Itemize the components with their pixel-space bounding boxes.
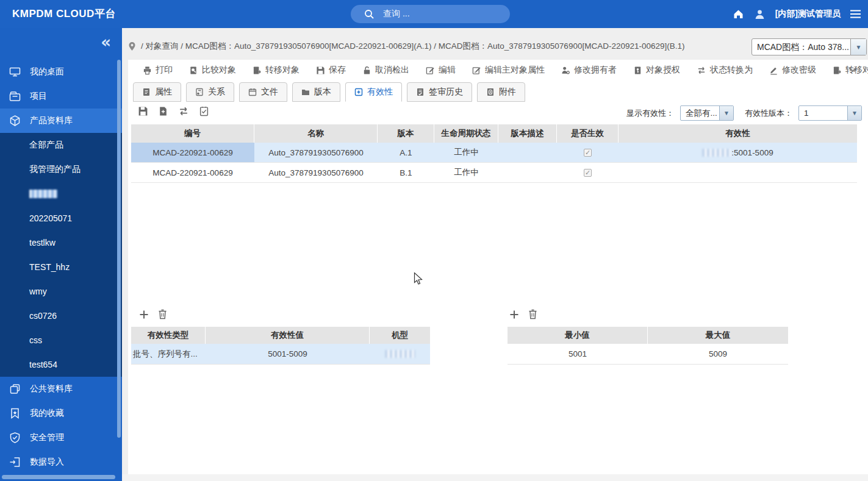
column-header[interactable]: 有效性值 [206,327,370,344]
column-header[interactable]: 编号 [131,124,254,143]
cell-name: Auto_3787919305076900 [254,143,378,162]
submenu-item-wmy[interactable]: wmy [0,279,122,304]
cell-min-value: 5001 [508,344,648,364]
tab-review-history[interactable]: 签审历史 [407,82,472,102]
home-icon[interactable] [733,9,744,20]
submenu-item-202205071[interactable]: 202205071 [0,206,122,230]
submenu-item-test-hhz[interactable]: TEST_hhz [0,255,122,279]
cell-name: Auto_3787919305076900 [254,163,378,182]
sidebar-vertical-scrollbar[interactable] [117,60,121,438]
product-library-submenu: 全部产品 我管理的产品 202205071 testlkw TEST_hhz w… [0,133,122,377]
chevron-down-icon: ▼ [847,106,861,120]
edit-button[interactable]: 编辑 [426,65,456,76]
effectivity-view-options: 显示有效性： 全部有... ▼ 有效性版本： 1 ▼ [626,105,862,121]
search-placeholder: 查询 ... [383,9,410,20]
table-row[interactable]: MCAD-220921-00629 Auto_3787919305076900 … [131,143,857,163]
object-selector-dropdown[interactable]: MCAD图档：Auto 378... ▼ [751,38,867,55]
cancel-checkout-button[interactable]: 取消检出 [362,65,409,76]
state-transition-button[interactable]: 状态转换为 [697,65,753,76]
cell-description [498,143,557,162]
column-header[interactable]: 最大值 [648,327,788,344]
column-header[interactable]: 机型 [370,327,430,344]
save-button[interactable]: 保存 [316,65,346,76]
display-effectivity-label: 显示有效性： [626,108,674,119]
column-header[interactable]: 名称 [254,124,378,143]
sidebar-item-label: 项目 [30,91,47,102]
sidebar-item-projects[interactable]: 项目 [0,84,122,109]
add-file-icon[interactable] [158,106,168,116]
submenu-item-css[interactable]: css [0,328,122,352]
change-owner-button[interactable]: 修改拥有者 [561,65,617,76]
sidebar-collapse-button[interactable]: « [101,34,111,50]
effectivity-version-value: 1 [804,106,809,120]
tab-versions[interactable]: 版本 [292,82,340,102]
global-search-input[interactable]: 查询 ... [351,5,510,23]
table-row[interactable]: 批号、序列号有... 5001-5009 [131,344,430,365]
table-row[interactable]: 5001 5009 [508,344,788,365]
effectivity-toolbar [138,106,209,116]
sidebar-horizontal-scrollbar[interactable] [2,475,115,479]
cell-max-value: 5009 [648,344,788,364]
swap-arrows-icon[interactable] [178,106,189,116]
submenu-item-testlkw[interactable]: testlkw [0,230,122,255]
sidebar-item-security[interactable]: 安全管理 [0,426,122,450]
transfer-object-button[interactable]: 转移对象 [253,65,299,76]
print-button[interactable]: 打印 [143,65,173,76]
redacted-text [385,350,415,358]
sidebar-item-favorites[interactable]: 我的收藏 [0,401,122,426]
redacted-label [29,190,57,198]
toolbar-overflow-chevron-icon[interactable] [847,66,858,73]
top-header: KMPDM CLOUD平台 查询 ... [内部]测试管理员 [0,0,868,28]
range-panel-actions [509,309,537,319]
search-icon [364,9,375,20]
sidebar: « 我的桌面 项目 产品资料库 全部产品 我管理的产品 202205071 te [0,28,122,481]
change-secrecy-button[interactable]: 修改密级 [769,65,816,76]
user-icon[interactable] [754,9,766,20]
column-header[interactable]: 版本 [378,124,434,143]
save-effectivity-icon[interactable] [138,106,148,116]
sidebar-item-label: 产品资料库 [30,115,73,126]
tab-effectivity[interactable]: 有效性 [345,82,402,102]
sidebar-item-product-library[interactable]: 产品资料库 [0,109,122,133]
cell-code: MCAD-220921-00629 [131,143,254,162]
column-header[interactable]: 最小值 [508,327,648,344]
sidebar-item-label: 数据导入 [30,457,64,468]
submenu-item-test654[interactable]: test654 [0,352,122,377]
tab-relations[interactable]: 关系 [186,82,234,102]
sidebar-item-public-library[interactable]: 公共资料库 [0,377,122,401]
delete-row-button[interactable] [158,309,167,319]
sidebar-item-data-import[interactable]: 数据导入 [0,450,122,474]
add-row-button[interactable] [139,310,149,319]
edit-master-attributes-button[interactable]: 编辑主对象属性 [472,65,545,76]
submenu-item-all-products[interactable]: 全部产品 [0,133,122,157]
object-authorize-button[interactable]: 对象授权 [633,65,680,76]
compare-object-button[interactable]: 比较对象 [189,65,236,76]
submenu-item-redacted[interactable] [0,182,122,206]
footer-strip [122,474,868,481]
validate-list-icon[interactable] [199,106,209,116]
checkbox-checked-disabled: ✓ [584,149,592,157]
delete-row-button[interactable] [528,309,537,319]
menu-icon[interactable] [850,10,861,18]
effectivity-version-dropdown[interactable]: 1 ▼ [798,105,862,121]
bookmark-star-icon [9,407,21,419]
column-header[interactable]: 有效性类型 [131,327,206,344]
tab-files[interactable]: 文件 [239,82,287,102]
column-header[interactable]: 生命周期状态 [434,124,498,143]
display-effectivity-dropdown[interactable]: 全部有... ▼ [680,105,734,121]
add-row-button[interactable] [509,310,519,319]
table-row[interactable]: MCAD-220921-00629 Auto_3787919305076900 … [131,163,857,183]
tab-attachments[interactable]: 附件 [477,82,525,102]
tab-attributes[interactable]: 属性 [133,82,181,102]
submenu-item-cs0726[interactable]: cs0726 [0,304,122,328]
column-header[interactable]: 版本描述 [498,124,557,143]
cell-code: MCAD-220921-00629 [131,163,254,182]
detail-tabs: 属性 关系 文件 版本 有效性 签审历史 [133,82,525,102]
column-header[interactable]: 是否生效 [557,124,619,143]
sidebar-item-my-desktop[interactable]: 我的桌面 [0,60,122,84]
cell-model [370,344,430,364]
range-detail-table: 最小值 最大值 5001 5009 [508,327,788,365]
submenu-item-my-managed-products[interactable]: 我管理的产品 [0,157,122,182]
column-header[interactable]: 有效性 [619,124,857,143]
breadcrumb-path[interactable]: / 对象查询 / MCAD图档：Auto_3787919305076900[MC… [141,41,685,52]
